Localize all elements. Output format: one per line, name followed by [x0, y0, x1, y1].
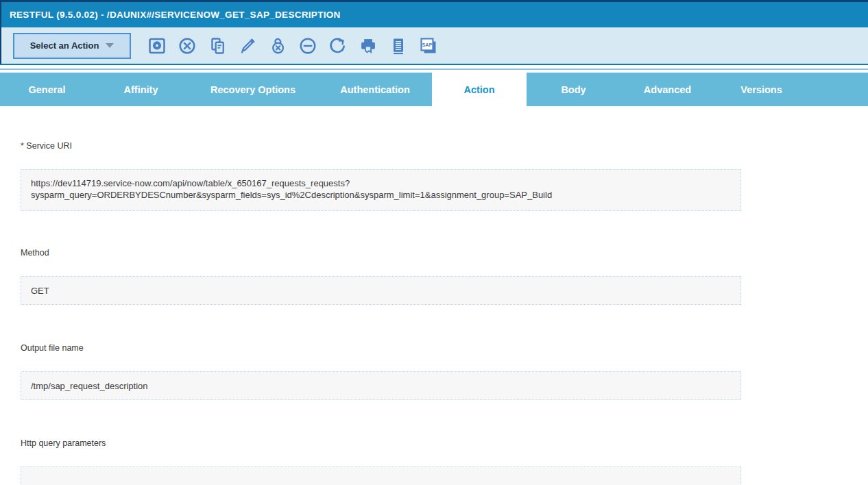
sap-icon-label: SAP [422, 41, 432, 47]
tab-affinity[interactable]: Affinity [94, 73, 188, 106]
free-button[interactable] [267, 34, 288, 58]
sap-icon: SAP [419, 36, 438, 55]
hold-icon [147, 36, 167, 55]
tab-recovery-options[interactable]: Recovery Options [188, 73, 318, 106]
edit-icon [238, 36, 257, 55]
service-uri-field[interactable]: https://dev114719.service-now.com/api/no… [21, 169, 741, 211]
print-icon [359, 36, 378, 55]
rerun-button[interactable] [328, 34, 348, 58]
hold-button[interactable] [147, 34, 167, 58]
select-action-dropdown[interactable]: Select an Action [13, 33, 131, 59]
tab-general[interactable]: General [0, 73, 94, 106]
free-icon [268, 36, 287, 55]
tab-advanced[interactable]: Advanced [620, 73, 714, 106]
output-file-name-field[interactable]: /tmp/sap_request_description [21, 371, 741, 400]
output-file-name-label: Output file name [21, 343, 84, 353]
toolbar-icons: SAP [142, 34, 444, 58]
window-title-bar: RESTFUL (9.5.0.02) - /DAUNIX#/SERVICENOW… [0, 2, 868, 27]
http-query-parameters-label: Http query parameters [21, 438, 106, 448]
chevron-down-icon [106, 43, 114, 48]
copy-button[interactable] [207, 34, 228, 58]
log-button[interactable] [388, 34, 409, 58]
http-query-parameters-field[interactable] [21, 467, 741, 485]
action-tab-panel: * Service URI https://dev114719.service-… [0, 106, 868, 485]
tab-body[interactable]: Body [527, 73, 620, 106]
window-title: RESTFUL (9.5.0.02) - /DAUNIX#/SERVICENOW… [10, 10, 341, 20]
log-icon [389, 36, 408, 55]
tab-authentication[interactable]: Authentication [318, 73, 432, 106]
edit-button[interactable] [237, 34, 258, 58]
tab-bar: General Affinity Recovery Options Authen… [0, 73, 868, 106]
method-field[interactable]: GET [21, 276, 741, 305]
undelete-button[interactable] [298, 34, 318, 58]
sap-button[interactable]: SAP [418, 34, 439, 58]
undelete-icon [298, 36, 317, 55]
rerun-icon [328, 36, 348, 55]
tab-action[interactable]: Action [432, 73, 527, 106]
tab-versions[interactable]: Versions [714, 73, 808, 106]
service-uri-label: * Service URI [21, 141, 72, 151]
method-label: Method [21, 248, 49, 258]
copy-icon [208, 36, 227, 55]
select-action-label: Select an Action [30, 40, 99, 51]
print-button[interactable] [358, 34, 378, 58]
kill-icon [178, 36, 197, 55]
kill-button[interactable] [177, 34, 197, 58]
toolbar: Select an Action [0, 27, 868, 64]
